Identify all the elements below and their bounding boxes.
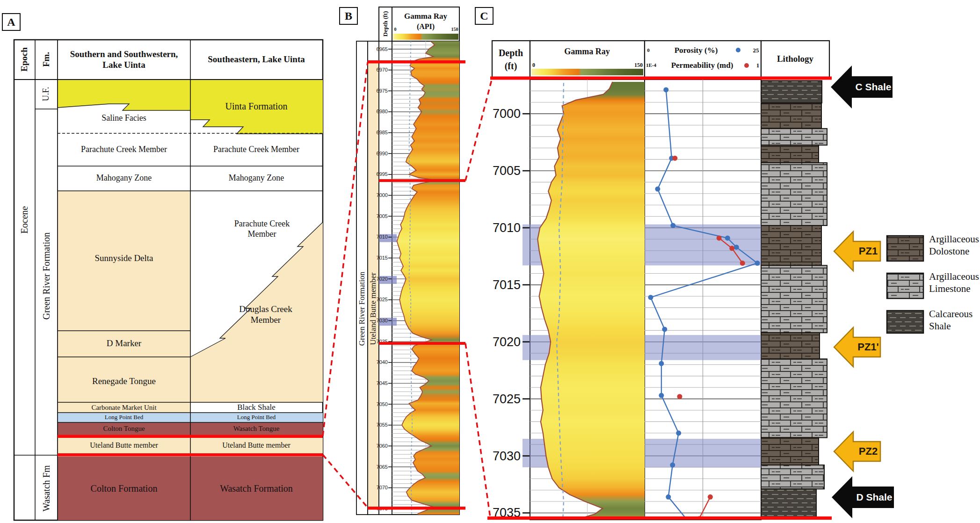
cell-mahogany-1: Mahogany Zone bbox=[96, 173, 152, 183]
c-depth-tick-label: 7000 bbox=[493, 107, 521, 121]
arrow-label-pz1p: PZ1' bbox=[857, 341, 879, 354]
cell-renegade-tongue: Renegade Tongue bbox=[92, 376, 156, 386]
cell-douglas-creek: Douglas Creek Member bbox=[228, 304, 303, 325]
cell-saline-facies: Saline Facies bbox=[102, 113, 146, 123]
c-depth-header-1: Depth bbox=[499, 47, 523, 58]
b-depth-tick-label: 6995 bbox=[377, 171, 388, 177]
c-depth-tick-label: 7010 bbox=[493, 221, 521, 235]
lithology-block-limestone bbox=[761, 129, 827, 145]
c-porosity-min: 0 bbox=[647, 47, 650, 53]
c-depth-tick-label: 7030 bbox=[493, 449, 521, 463]
cell-carbonate-market: Carbonate Market Unit bbox=[91, 403, 156, 412]
b-gr-scale-max: 150 bbox=[451, 27, 458, 32]
epoch-header: Epoch bbox=[19, 47, 29, 72]
b-gr-title: Gamma Ray bbox=[404, 12, 447, 22]
legend-swatch-limestone bbox=[887, 273, 923, 298]
c-perm-min: 1E-4 bbox=[646, 62, 656, 68]
legend-dolostone-line1: Argillaceous bbox=[929, 233, 979, 246]
c-gr-scale-min: 0 bbox=[532, 62, 535, 69]
arrow-label-pz2: PZ2 bbox=[859, 445, 878, 458]
lithology-column bbox=[761, 80, 827, 518]
cell-long-point-2: Long Point Bed bbox=[237, 414, 276, 421]
lithology-block-cshale bbox=[761, 80, 822, 103]
b-depth-tick-label: 7055 bbox=[377, 422, 388, 428]
fm-wasatch: Wasatch Fm bbox=[41, 465, 52, 512]
arrow-label-c-shale: C Shale bbox=[855, 81, 891, 93]
panel-b-log: 6965697069756980698569906995700070057010… bbox=[356, 7, 459, 517]
c-lithology-header: Lithology bbox=[777, 53, 813, 64]
cell-wasatch-formation: Wasatch Formation bbox=[220, 483, 293, 494]
b-depth-tick-label: 7040 bbox=[377, 359, 388, 365]
b-depth-tick-label: 6970 bbox=[377, 67, 388, 73]
cell-parachute-2: Parachute Creek Member bbox=[213, 145, 299, 155]
fm-uf: U.F. bbox=[41, 87, 51, 102]
b-depth-tick-label: 6975 bbox=[377, 88, 388, 94]
b-depth-header: Depth (ft) bbox=[382, 11, 389, 37]
c-perm-max: 1 bbox=[756, 62, 760, 69]
legend-limestone-line1: Argillaceous bbox=[929, 271, 979, 283]
c-depth-tick-label: 7005 bbox=[493, 164, 521, 178]
c-perm-label: Permeability (md) bbox=[671, 61, 733, 71]
b-depth-tick-label: 7005 bbox=[377, 213, 388, 219]
legend-swatches bbox=[887, 236, 923, 333]
b-formation-label: Green River Formation bbox=[357, 272, 367, 346]
c-gr-scale-max: 150 bbox=[634, 62, 643, 69]
b-depth-tick-label: 7015 bbox=[377, 255, 388, 261]
b-depth-tick-label: 6965 bbox=[377, 46, 388, 52]
b-depth-tick-label: 7010 bbox=[377, 234, 388, 240]
c-depth-tick-label: 7025 bbox=[493, 392, 521, 406]
b-depth-tick-label: 6985 bbox=[377, 130, 388, 135]
epoch-eocene: Eocene bbox=[19, 206, 30, 234]
b-depth-tick-label: 7065 bbox=[377, 464, 388, 470]
lithology-block-limestone bbox=[761, 163, 827, 225]
cell-parachute-3: Parachute Creek Member bbox=[222, 219, 302, 240]
lithology-block-dolostone bbox=[761, 438, 819, 465]
b-depth-tick-label: 7045 bbox=[377, 380, 388, 386]
cell-mahogany-2: Mahogany Zone bbox=[229, 173, 284, 183]
b-depth-tick-label: 7000 bbox=[377, 192, 388, 198]
cell-sunnyside-delta: Sunnyside Delta bbox=[94, 253, 153, 263]
b-gr-units: (API) bbox=[417, 22, 435, 31]
arrow-label-pz1: PZ1 bbox=[859, 245, 878, 258]
legend-swatch-dolostone bbox=[887, 236, 923, 261]
panel-b-label: B bbox=[339, 7, 358, 25]
b-depth-tick-label: 7060 bbox=[377, 443, 388, 449]
fm-header: Fm. bbox=[41, 52, 51, 67]
cell-parachute-1: Parachute Creek Member bbox=[81, 145, 167, 155]
cell-colton-tongue: Colton Tongue bbox=[103, 424, 145, 433]
lithology-block-dolostone bbox=[761, 333, 820, 359]
lithology-block-dolostone bbox=[761, 225, 821, 265]
panel-c-log: 70007005701070157020702570307035 bbox=[492, 41, 829, 523]
cell-uteland-2: Uteland Butte member bbox=[222, 441, 290, 450]
legend-limestone-line2: Limestone bbox=[929, 283, 971, 295]
cell-uteland-1: Uteland Butte member bbox=[90, 441, 158, 450]
cell-wasatch-tongue: Wasatch Tongue bbox=[233, 424, 280, 433]
lithology-block-cshale bbox=[761, 489, 816, 518]
b-depth-tick-label: 7070 bbox=[377, 485, 388, 490]
panel-c-label: C bbox=[475, 7, 494, 25]
b-gr-scale-min: 0 bbox=[394, 27, 397, 32]
c-gr-title: Gamma Ray bbox=[564, 47, 610, 57]
legend-swatch-cshale bbox=[887, 311, 923, 333]
stratigraphy-figure: 6965697069756980698569906995700070057010… bbox=[0, 0, 980, 523]
b-depth-tick-label: 6980 bbox=[377, 109, 388, 114]
c-depth-header-2: (ft) bbox=[505, 60, 517, 72]
lithology-block-dolostone bbox=[761, 145, 819, 163]
fm-green-river: Green River Formation bbox=[41, 232, 52, 320]
panel-a-label: A bbox=[2, 13, 21, 31]
c-depth-tick-label: 7015 bbox=[493, 278, 521, 292]
legend-cshale-line2: Shale bbox=[929, 320, 951, 333]
b-member-label: Uteland Butte member bbox=[369, 273, 378, 345]
lithology-block-limestone bbox=[761, 265, 827, 333]
c-porosity-max: 25 bbox=[753, 47, 759, 54]
c-depth-tick-label: 7020 bbox=[493, 335, 521, 349]
column-header-southeast: Southeastern, Lake Uinta bbox=[198, 54, 315, 65]
column-header-southwest: Southern and Southwestern, Lake Uinta bbox=[60, 49, 188, 70]
cell-colton-formation: Colton Formation bbox=[91, 483, 158, 494]
cell-long-point-1: Long Point Bed bbox=[105, 414, 143, 421]
c-porosity-label: Porosity (%) bbox=[675, 46, 718, 56]
cell-black-shale: Black Shale bbox=[237, 403, 276, 413]
arrow-label-d-shale: D Shale bbox=[856, 491, 892, 503]
legend-dolostone-line2: Dolostone bbox=[929, 246, 969, 258]
lithology-block-limestone bbox=[761, 359, 827, 437]
